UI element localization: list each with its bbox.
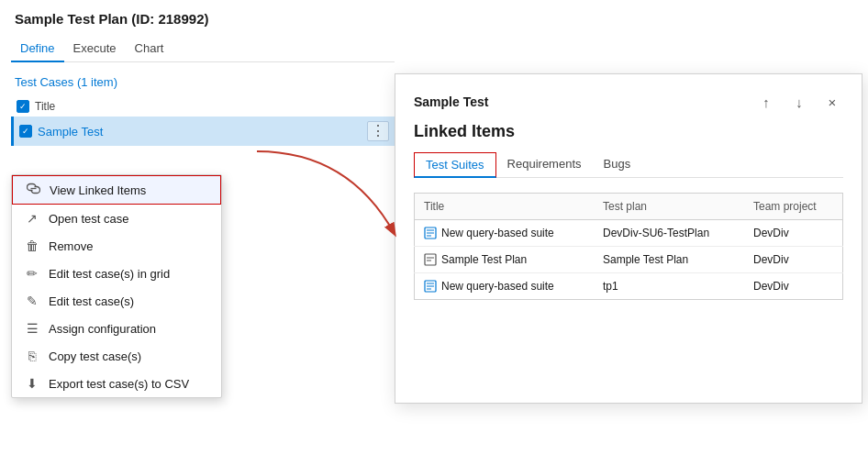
link-icon — [26, 183, 40, 197]
menu-label-export: Export test case(s) to CSV — [49, 377, 189, 391]
column-header-row: Title — [11, 96, 395, 116]
up-button[interactable]: ↑ — [755, 91, 777, 113]
cell-team-project: DevDiv — [744, 247, 843, 273]
row-title-text: New query-based suite — [441, 280, 554, 293]
cell-team-project: DevDiv — [744, 273, 843, 300]
close-button[interactable]: × — [821, 91, 843, 113]
tab-execute[interactable]: Execute — [64, 36, 126, 62]
col-team-project: Team project — [744, 194, 843, 220]
menu-item-assign[interactable]: ☰ Assign configuration — [12, 315, 221, 342]
panel-controls: ↑ ↓ × — [755, 91, 843, 113]
test-case-row[interactable]: Sample Test ⋮ — [11, 116, 395, 146]
menu-item-copy[interactable]: ⎘ Copy test case(s) — [12, 342, 221, 370]
row-icon — [424, 253, 437, 266]
cell-title: Sample Test Plan — [415, 247, 595, 273]
test-case-name: Sample Test — [38, 125, 362, 139]
test-cases-title: Test Cases (1 item) — [11, 75, 395, 89]
menu-item-export[interactable]: ⬇ Export test case(s) to CSV — [12, 370, 221, 397]
tab-chart[interactable]: Chart — [126, 36, 173, 62]
edit-icon: ✎ — [25, 294, 39, 308]
menu-label-assign: Assign configuration — [49, 322, 156, 336]
cell-test-plan: Sample Test Plan — [594, 247, 744, 273]
row-title-text: Sample Test Plan — [441, 253, 527, 266]
menu-label-remove: Remove — [49, 239, 93, 253]
down-button[interactable]: ↓ — [788, 91, 810, 113]
right-panel: Sample Test ↑ ↓ × Linked Items Test Suit… — [395, 73, 862, 404]
cell-team-project: DevDiv — [744, 220, 843, 247]
linked-tab-test-suites[interactable]: Test Suites — [414, 152, 496, 178]
header-checkbox[interactable] — [17, 100, 29, 113]
cell-title: New query-based suite — [415, 220, 595, 247]
panel-header: Sample Test ↑ ↓ × — [414, 91, 843, 113]
row-title-text: New query-based suite — [441, 227, 554, 239]
linked-items-table: Title Test plan Team project New query-b… — [414, 193, 843, 300]
menu-label-view-linked: View Linked Items — [50, 183, 146, 197]
copy-icon: ⎘ — [25, 349, 39, 363]
table-row: Sample Test Plan Sample Test Plan DevDiv — [415, 247, 843, 273]
tabs-bar: Define Execute Chart — [11, 36, 395, 62]
column-title-label: Title — [35, 100, 55, 113]
svg-rect-6 — [425, 254, 436, 265]
context-menu: View Linked Items ↗ Open test case 🗑 Rem… — [11, 174, 222, 398]
cell-test-plan: DevDiv-SU6-TestPlan — [594, 220, 744, 247]
menu-label-copy: Copy test case(s) — [49, 350, 141, 363]
table-row: New query-based suite DevDiv-SU6-TestPla… — [415, 220, 843, 247]
export-icon: ⬇ — [25, 376, 39, 391]
col-test-plan: Test plan — [594, 194, 744, 220]
col-title: Title — [415, 194, 595, 220]
menu-label-edit: Edit test case(s) — [49, 294, 134, 308]
linked-tab-bugs[interactable]: Bugs — [593, 152, 642, 178]
tab-define[interactable]: Define — [11, 36, 64, 62]
row-checkbox[interactable] — [19, 125, 32, 138]
edit-grid-icon: ✏ — [25, 266, 39, 281]
menu-item-view-linked[interactable]: View Linked Items — [12, 175, 221, 205]
table-row: New query-based suite tp1 DevDiv — [415, 273, 843, 300]
row-icon — [424, 227, 437, 239]
cell-title: New query-based suite — [415, 273, 595, 300]
menu-item-open[interactable]: ↗ Open test case — [12, 205, 221, 232]
linked-tab-requirements[interactable]: Requirements — [496, 152, 593, 178]
menu-item-edit-grid[interactable]: ✏ Edit test case(s) in grid — [12, 260, 221, 287]
menu-label-open: Open test case — [49, 212, 128, 226]
row-icon — [424, 280, 437, 293]
linked-items-title: Linked Items — [414, 122, 843, 141]
open-icon: ↗ — [25, 211, 39, 226]
menu-label-edit-grid: Edit test case(s) in grid — [49, 267, 170, 281]
menu-item-edit[interactable]: ✎ Edit test case(s) — [12, 287, 221, 315]
panel-title: Sample Test — [414, 94, 488, 109]
linked-tabs: Test Suites Requirements Bugs — [414, 152, 843, 178]
cell-test-plan: tp1 — [594, 273, 744, 300]
menu-item-remove[interactable]: 🗑 Remove — [12, 232, 221, 260]
three-dot-menu[interactable]: ⋮ — [367, 121, 389, 141]
page-title: Sample Test Plan (ID: 218992) — [11, 11, 395, 27]
assign-icon: ☰ — [25, 321, 39, 336]
remove-icon: 🗑 — [25, 239, 39, 253]
